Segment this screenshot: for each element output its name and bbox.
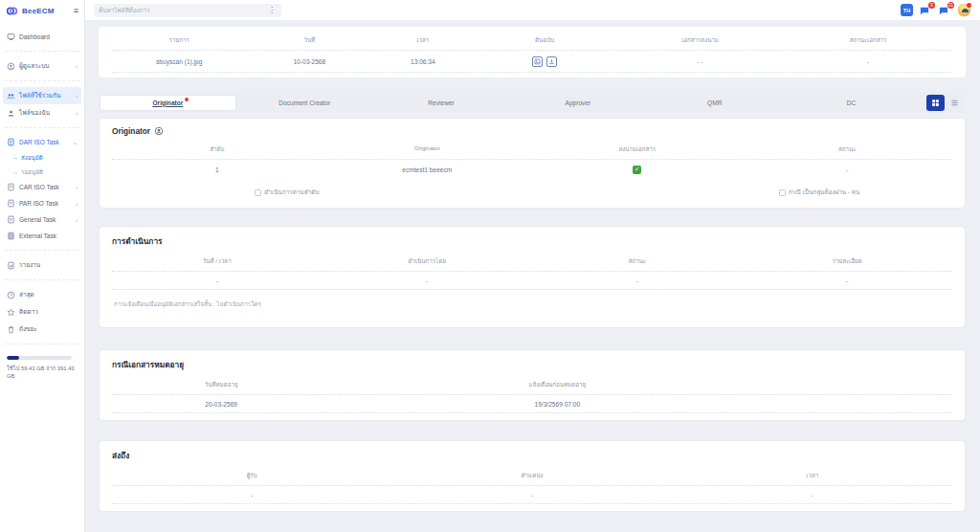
external-task-icon [7,232,15,240]
file-signed-doc: - - [616,58,785,65]
originator-card-title: Originator [112,124,952,139]
my-files-icon [7,109,15,118]
storage-usage-text: ใช้ไป 59.43 GB จาก 391.43 GB [7,364,78,379]
col-header: วันที่ / เวลา [112,256,323,266]
originator-table-header: ลำดับ Originator ลงนามเอกสาร สถานะ [112,139,952,160]
sequential-option: ดำเนินการตามลำดับ [255,188,319,197]
sidebar-item-shared-files[interactable]: ไฟล์ที่ใช้ร่วมกัน › [3,87,81,104]
col-header: รายละเอียด [743,256,953,266]
originator-name: ecmtest1 beeecm [323,166,533,173]
sequential-label: ดำเนินการตามลำดับ [264,188,319,197]
sidebar-subitem-label: ส่งอนุมัติ [21,153,43,163]
checked-checkbox-icon[interactable]: ✓ [633,166,641,174]
action-date: - [112,277,323,284]
sidebar-item-dar-iso-task[interactable]: DAR ISO Task ⌄ [0,134,84,150]
col-header: เวลา [673,471,952,480]
tab-label: QMR [707,100,722,106]
chat-button[interactable]: 9 [919,4,932,16]
tab-document-creator[interactable]: Document Creator [237,96,372,110]
tab-qmr[interactable]: QMR [647,96,782,110]
topbar: ⋮ TH 9 21 [85,0,980,21]
file-time: 13:06:34 [372,58,473,65]
chevron-right-icon: › [76,63,78,69]
beeecm-logo-icon [6,5,18,17]
actions-note: การแจ้งเตือนเมื่ออนุมัติเอกสารเสร็จสิ้น … [112,290,952,321]
divider [5,279,79,280]
chevron-right-icon: › [76,110,78,116]
admin-user-icon [7,62,15,71]
col-header: วันที่ [246,35,372,45]
col-header: ดำเนินการโดย [323,256,533,266]
chevron-right-icon: › [76,93,78,99]
divider [5,250,79,251]
chat-badge: 9 [928,2,935,9]
sidebar-subitem-pending-approval[interactable]: → รออนุมัติ [0,165,84,179]
language-button[interactable]: TH [901,4,913,16]
divider [5,127,79,128]
sidebar-item-label: Dashboard [19,33,50,40]
brand-name: BeeECM [22,7,55,15]
dashboard-icon [7,33,15,41]
group-pass-option: กรณี เป็นกลุ่มต้องผ่าน - คน [779,188,860,197]
file-table-row: sbuyscan (1).jpg 10-03-2568 13:06:34 - -… [112,51,952,73]
sidebar-item-starred[interactable]: ติดดาว [0,303,84,321]
list-view-button[interactable] [947,96,962,110]
send-to-card-title: ส่งถึง [112,447,952,465]
sidebar-item-par-iso-task[interactable]: PAR ISO Task › [0,195,84,211]
group-pass-checkbox[interactable] [779,189,786,196]
chevron-right-icon: › [76,217,78,223]
content: รายการ วันที่ เวลา ต้นฉบับ เอกสารลงนาม ส… [85,21,980,532]
sidebar-item-external-task[interactable]: External Task [0,228,84,244]
sequential-checkbox[interactable] [255,189,261,196]
file-table-panel: รายการ วันที่ เวลา ต้นฉบับ เอกสารลงนาม ส… [99,27,966,78]
sidebar-item-car-iso-task[interactable]: CAR ISO Task › [0,179,84,195]
sidebar-item-reports[interactable]: รายงาน [0,256,84,274]
tab-dc[interactable]: DC [784,96,919,110]
sidebar-item-admin[interactable]: ผู้ดูแลระบบ › [0,57,84,75]
sidebar-item-dashboard[interactable]: Dashboard [0,29,84,45]
tab-reviewer[interactable]: Reviewer [374,96,509,110]
actions-card: การดำเนินการ วันที่ / เวลา ดำเนินการโดย … [99,226,966,328]
sidebar-item-trash[interactable]: ถังขยะ [0,321,84,338]
arrow-right-icon: → [12,169,18,175]
col-header: สถานะเอกสาร [784,35,952,45]
hamburger-menu-icon[interactable]: ≡ [74,7,78,15]
app-root: BeeECM ≡ Dashboard ผู้ดูแลระบบ › ไฟล์ที่… [0,0,980,532]
sidebar-item-my-files[interactable]: ไฟล์ของฉัน › [0,104,84,122]
col-header: ต้นฉบับ [474,35,616,45]
sidebar-nav: Dashboard ผู้ดูแลระบบ › ไฟล์ที่ใช้ร่วมกั… [0,21,84,532]
download-file-icon[interactable] [546,56,557,67]
report-icon [7,261,15,270]
grid-view-icon [931,99,940,107]
recipient: - [112,492,391,499]
user-avatar[interactable] [957,3,971,17]
col-header: เวลา [372,35,473,45]
tab-label: DC [847,100,857,106]
sidebar-item-recent[interactable]: ล่าสุด [0,286,84,303]
card-title-text: ส่งถึง [112,449,129,462]
sidebar-item-general-task[interactable]: General Task › [0,211,84,228]
search-input[interactable] [99,7,267,13]
sidebar-item-label: External Task [19,233,56,239]
arrow-right-icon: → [12,155,18,161]
group-pass-label: กรณี เป็นกลุ่มต้องผ่าน - คน [789,188,860,197]
tab-approver[interactable]: Approver [510,96,645,110]
notifications-button[interactable]: 21 [938,4,951,16]
grid-view-button[interactable] [926,95,945,111]
search-options-kebab-icon[interactable]: ⋮ [267,6,277,14]
tab-originator[interactable]: Originator [100,96,235,110]
view-file-icon[interactable] [532,56,543,67]
action-status: - [532,277,743,284]
col-header: แจ้งเตือนก่อนหมดอายุ [330,380,784,389]
sidebar-item-label: รายงาน [19,260,40,270]
sidebar-item-label: CAR ISO Task [19,184,59,190]
sidebar-item-label: ผู้ดูแลระบบ [19,61,49,71]
sidebar-subitem-label: รออนุมัติ [21,167,43,177]
sidebar-subitem-submit-approval[interactable]: → ส่งอนุมัติ [0,150,84,165]
search-bar[interactable]: ⋮ [94,4,281,17]
clock-icon [7,291,15,299]
logo-row: BeeECM ≡ [0,0,84,21]
originator-order: 1 [112,166,323,173]
col-header: ผู้รับ [112,471,391,480]
send-to-card: ส่งถึง ผู้รับ ตำแหน่ง เวลา - - - [99,440,966,512]
